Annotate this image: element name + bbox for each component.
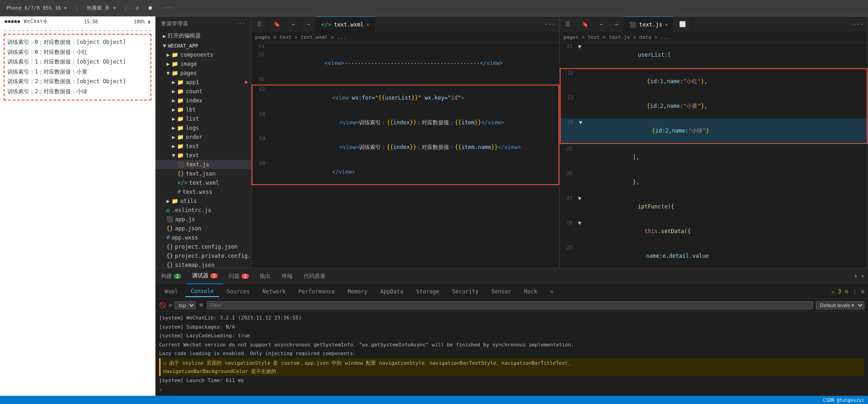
phone-model-selector[interactable]: Phone 6/7/8 85% 16 ▾: [4, 4, 70, 12]
tab-forward-js[interactable]: →: [609, 16, 624, 32]
sidebar-item-app-json[interactable]: {} app.json: [155, 224, 251, 233]
tab-back[interactable]: ←: [286, 16, 301, 32]
console-stop-button[interactable]: ⊘: [169, 302, 172, 308]
bottom-tab-terminal[interactable]: 终端: [276, 268, 298, 284]
sidebar-item-components[interactable]: ▶ 📁 components: [155, 50, 251, 59]
tab-forward[interactable]: →: [301, 16, 316, 32]
sidebar-item-wechat-app[interactable]: ▼ WECHAT_APP: [155, 41, 251, 50]
bottom-tab-build[interactable]: 构建 2: [155, 268, 187, 284]
sidebar-item-text-wxss[interactable]: # text.wxss: [155, 187, 251, 197]
devtab-network[interactable]: Network: [257, 287, 291, 297]
dashed-separator: [4, 30, 151, 31]
main-layout: ●●●●● WeChat令 15:58 100% ▮ 训练索引：0；对应数据值：…: [0, 16, 868, 396]
devtab-console[interactable]: Console: [185, 286, 220, 297]
tab-split[interactable]: ⬜: [674, 16, 692, 32]
json-file-icon: {}: [166, 244, 173, 250]
sidebar-item-opened-editors[interactable]: ▶ 打开的编辑器: [155, 31, 251, 41]
sidebar-item-eslintrc[interactable]: ◎ .eslintrc.js: [155, 206, 251, 215]
sidebar-item-project-private[interactable]: {} project.private.config.js...: [155, 251, 251, 260]
tab-wxml[interactable]: </> text.wxml ✕: [316, 16, 375, 32]
tab-hamburger-js[interactable]: ☰: [560, 16, 576, 32]
sidebar-item-project-config[interactable]: {} project.config.json: [155, 242, 251, 251]
devtab-storage[interactable]: Storage: [411, 287, 445, 297]
chevron-right-icon: ▶: [166, 198, 170, 204]
sidebar-item-text-js[interactable]: ⬛ text.js: [155, 160, 251, 169]
wxml-code-content[interactable]: 54 55 <view>----------------------------…: [252, 43, 559, 268]
devtab-wxml[interactable]: Wxml: [159, 287, 183, 297]
sidebar-item-utils[interactable]: ▶ 📁 utils: [155, 197, 251, 206]
devtab-performance[interactable]: Performance: [293, 287, 340, 297]
panel-close-button[interactable]: ✕: [861, 273, 864, 279]
file-tree-header: 资源管理器 ···: [155, 16, 251, 31]
devtab-mock[interactable]: Mock: [519, 287, 543, 297]
sidebar-item-order[interactable]: ▶ 📁 order: [155, 133, 251, 142]
js-file-icon: ⬛: [166, 216, 173, 223]
devtools-gear2[interactable]: ⚙: [861, 288, 864, 295]
devtools-settings[interactable]: ⚙: [845, 288, 848, 295]
hotreload-button[interactable]: 热重载 开 ▾: [84, 4, 119, 12]
sidebar-item-test[interactable]: ▶ 📁 test: [155, 142, 251, 151]
tab-hamburger[interactable]: ☰: [252, 16, 268, 32]
battery-indicator: 100% ▮: [134, 19, 150, 24]
console-filter-input[interactable]: [207, 301, 813, 309]
stop-button[interactable]: ⏹: [145, 4, 155, 12]
file-tree-more[interactable]: ···: [235, 21, 246, 27]
devtab-security[interactable]: Security: [447, 287, 484, 297]
sidebar-item-logs[interactable]: ▶ 📁 logs: [155, 123, 251, 133]
devtab-sources[interactable]: Sources: [221, 287, 255, 297]
sidebar-item-lbt[interactable]: ▶ 📁 lbt: [155, 105, 251, 114]
folder-icon: 📁: [177, 134, 184, 140]
devtab-memory[interactable]: Memory: [342, 287, 373, 297]
panel-minimize-button[interactable]: ∧: [854, 273, 857, 279]
close-js-tab[interactable]: ✕: [665, 22, 668, 27]
code-editors: ☰ 🔖 ← → </> text.wxml ✕ ··· pages > text…: [252, 16, 868, 268]
devtab-more[interactable]: »: [545, 287, 559, 297]
folder-icon: 📁: [171, 198, 178, 204]
sidebar-item-text[interactable]: ▼ 📁 text: [155, 151, 251, 160]
sidebar-item-app-js[interactable]: ⬛ app.js: [155, 215, 251, 224]
devtools-tab-row: Wxml Console Sources Network Performance…: [155, 284, 868, 299]
sidebar-item-text-json[interactable]: {} text.json: [155, 169, 251, 178]
sidebar-item-list[interactable]: ▶ 📁 list: [155, 114, 251, 123]
tab-bookmark[interactable]: 🔖: [268, 16, 286, 32]
code-line-60: 60 </view>: [252, 159, 558, 184]
toolbar-sep-2: |: [124, 5, 128, 11]
sidebar-item-count[interactable]: ▶ 📁 count: [155, 87, 251, 96]
refresh-button[interactable]: ↺: [133, 4, 142, 12]
tab-js[interactable]: ⬛ text.js ✕: [624, 16, 674, 32]
result-line-2: 训练索引：0；对应数据值：小红: [7, 48, 148, 58]
sidebar-item-app1[interactable]: ▶ 📁 app1: [155, 78, 251, 87]
js-code-content[interactable]: 21 ▼ userList:[ 22 {id:1,name:"小红: [560, 43, 868, 268]
eye-icon[interactable]: 👁: [198, 302, 204, 308]
bottom-tab-debugger[interactable]: 调试器 3: [187, 268, 223, 284]
sidebar-item-app-wxss[interactable]: # app.wxss: [155, 233, 251, 242]
context-selector[interactable]: top: [175, 301, 196, 309]
close-wxml-tab[interactable]: ✕: [366, 22, 369, 27]
devtab-sensor[interactable]: Sensor: [486, 287, 516, 297]
js-line-25: 25 ],: [560, 145, 868, 170]
devtools-more[interactable]: ⋮: [852, 288, 857, 295]
folder-icon: 📁: [171, 70, 178, 76]
phone-result-box: 训练索引：0；对应数据值：[object Object] 训练索引：0；对应数据…: [4, 34, 151, 101]
console-clear-button[interactable]: 🚫: [159, 302, 166, 308]
js-panel-more[interactable]: ···: [849, 21, 868, 28]
chevron-right-icon: ▶: [172, 134, 175, 140]
file-tree: 资源管理器 ··· ▶ 打开的编辑器 ▼ WECHAT_APP ▶ 📁 comp…: [155, 16, 252, 268]
bottom-tab-code-quality[interactable]: 代码质量: [298, 268, 331, 284]
bottom-tab-output[interactable]: 输出: [254, 268, 276, 284]
bottom-tab-problems[interactable]: 问题 2: [223, 268, 254, 284]
sidebar-item-pages[interactable]: ▼ 📁 pages: [155, 69, 251, 78]
toolbar-sep-1: |: [75, 5, 78, 11]
tab-bookmark-js[interactable]: 🔖: [576, 16, 595, 32]
sidebar-item-index[interactable]: ▶ 📁 index: [155, 96, 251, 105]
devtab-appdata[interactable]: AppData: [375, 287, 409, 297]
wxml-panel-more[interactable]: ···: [541, 21, 559, 28]
csdn-credit: CSDN @tutgxuzyi: [823, 398, 864, 403]
more-toolbar-button[interactable]: ···: [159, 4, 174, 12]
highlighted-wxml-block: 57 <view wx:for="{{userList}}" wx.key="i…: [252, 85, 559, 185]
sidebar-item-sitemap[interactable]: {} sitemap.json: [155, 260, 251, 268]
sidebar-item-image[interactable]: ▶ 📁 image: [155, 59, 251, 69]
sidebar-item-text-wxml[interactable]: </> text.wxml: [155, 178, 251, 187]
tab-back-js[interactable]: ←: [595, 16, 609, 32]
log-level-selector[interactable]: Default levels ▾: [816, 301, 864, 309]
